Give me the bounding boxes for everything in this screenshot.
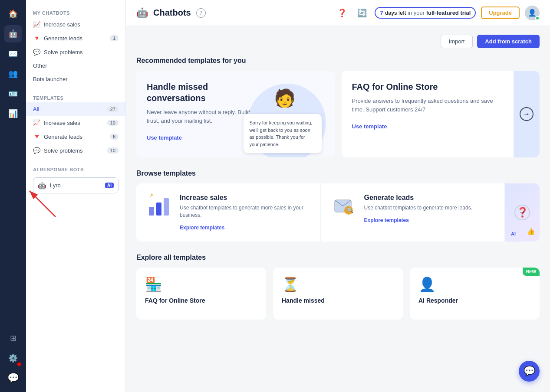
settings-notification-dot bbox=[17, 363, 21, 366]
generate-leads-icon: 🔻 bbox=[33, 35, 40, 42]
templates-section-title: TEMPLATES bbox=[26, 92, 125, 102]
browse-next-icon[interactable]: → bbox=[514, 205, 530, 220]
lyro-ai-badge: AI bbox=[105, 183, 114, 188]
analytics-icon[interactable]: 📊 bbox=[4, 105, 22, 122]
sidebar-item-lyro[interactable]: 🤖 Lyro AI bbox=[33, 177, 119, 193]
add-from-scratch-button[interactable]: Add from scratch bbox=[477, 35, 540, 48]
handle-missed-use-template[interactable]: Use template bbox=[147, 134, 182, 141]
template-all-badge: 27 bbox=[107, 106, 119, 112]
app-title: Chatbots bbox=[153, 8, 191, 18]
svg-rect-4 bbox=[164, 198, 169, 216]
trial-badge: 7 days left in your full-featured trial bbox=[375, 7, 476, 19]
chat-support-button[interactable]: 💬 bbox=[519, 361, 540, 382]
main-area: 🤖 Chatbots ? ❓ 🔄 7 days left in your ful… bbox=[126, 0, 550, 392]
explore-ai-responder-card[interactable]: NEW 👤 AI Responder bbox=[410, 268, 540, 320]
chat-support-icon[interactable]: 💬 bbox=[4, 369, 22, 387]
avatar[interactable]: 👤 bbox=[525, 6, 540, 20]
lyro-label: Lyro bbox=[50, 182, 61, 189]
hourglass-icon: ⏳ bbox=[282, 276, 394, 293]
help-icon[interactable]: ? bbox=[196, 8, 206, 18]
sidebar-item-solve-problems-label: Solve problems bbox=[44, 49, 83, 56]
svg-line-1 bbox=[30, 191, 56, 217]
lyro-robot-icon: 🤖 bbox=[38, 181, 46, 189]
users-icon[interactable]: 👥 bbox=[4, 65, 22, 82]
icon-navigation: 🏠 🤖 ✉️ 👥 🪪 📊 ⊞ ⚙️ 💬 bbox=[0, 0, 26, 392]
recommended-section-title: Recommended templates for you bbox=[136, 57, 540, 65]
faq-online-store-card: FAQ for Online Store Provide answers to … bbox=[342, 71, 540, 157]
content-area: Import Add from scratch Recommended temp… bbox=[126, 26, 550, 392]
faq-desc: Provide answers to frequently asked ques… bbox=[352, 97, 494, 114]
browse-sales-link[interactable]: Explore templates bbox=[180, 225, 224, 231]
sidebar-template-solve-problems[interactable]: 💬 Solve problems 10 bbox=[26, 144, 125, 157]
grid-icon[interactable]: ⊞ bbox=[4, 330, 22, 347]
template-sales-icon: 📈 bbox=[33, 119, 40, 126]
increase-sales-icon: 📈 bbox=[33, 21, 40, 28]
new-badge: NEW bbox=[523, 268, 540, 276]
explore-section-title: Explore all templates bbox=[136, 254, 540, 261]
explore-ai-responder-title: AI Responder bbox=[418, 297, 531, 304]
id-card-icon[interactable]: 🪪 bbox=[4, 85, 22, 102]
my-chatbots-section-title: MY CHATBOTS bbox=[26, 7, 125, 17]
svg-rect-2 bbox=[149, 207, 154, 216]
template-sales-badge: 10 bbox=[107, 120, 119, 126]
upgrade-button[interactable]: Upgrade bbox=[481, 7, 520, 19]
explore-templates-grid: 🏪 FAQ for Online Store ⏳ Handle missed N… bbox=[136, 268, 540, 320]
sidebar-template-generate-leads[interactable]: 🔻 Generate leads 6 bbox=[26, 130, 125, 144]
browse-section-title: Browse templates bbox=[136, 170, 540, 177]
explore-faq-card[interactable]: 🏪 FAQ for Online Store bbox=[136, 268, 266, 320]
template-solve-badge: 10 bbox=[107, 147, 119, 154]
sidebar-item-bots-launcher[interactable]: Bots launcher bbox=[26, 72, 125, 86]
sidebar-item-increase-sales-label: Increase sales bbox=[44, 21, 80, 28]
template-solve-icon: 💬 bbox=[33, 147, 40, 154]
sidebar-item-generate-leads[interactable]: 🔻 Generate leads 1 bbox=[26, 31, 125, 45]
sidebar-item-other-label: Other bbox=[33, 62, 47, 69]
browse-leads-desc: Use chatbot templates to generate more l… bbox=[364, 204, 472, 212]
generate-leads-browse-icon: 🔍 bbox=[331, 194, 357, 220]
action-bar: Import Add from scratch bbox=[136, 35, 540, 48]
chatbot-nav-icon[interactable]: 🤖 bbox=[4, 25, 22, 42]
sidebar: MY CHATBOTS 📈 Increase sales 🔻 Generate … bbox=[26, 0, 126, 392]
browse-increase-sales: ↗ Increase sales Use chatbot templates t… bbox=[136, 183, 321, 242]
app-logo: 🤖 bbox=[136, 7, 148, 19]
chat-bubble-text: Sorry for keeping you waiting, we'll get… bbox=[244, 114, 322, 153]
svg-rect-3 bbox=[156, 203, 161, 216]
svg-text:↗: ↗ bbox=[149, 194, 153, 199]
faq-title: FAQ for Online Store bbox=[352, 81, 494, 92]
recommended-templates-grid: Handle missed conversations Never leave … bbox=[136, 71, 540, 157]
increase-sales-browse-icon: ↗ bbox=[147, 194, 173, 220]
sidebar-item-bots-launcher-label: Bots launcher bbox=[33, 76, 68, 82]
browse-generate-leads: 🔍 Generate leads Use chatbot templates t… bbox=[321, 183, 505, 242]
home-icon[interactable]: 🏠 bbox=[4, 5, 22, 23]
generate-leads-badge: 1 bbox=[110, 35, 119, 41]
sidebar-item-solve-problems[interactable]: 💬 Solve problems bbox=[26, 45, 125, 59]
browse-templates-grid: ↗ Increase sales Use chatbot templates t… bbox=[136, 183, 540, 242]
sidebar-item-increase-sales[interactable]: 📈 Increase sales bbox=[26, 17, 125, 31]
mail-icon[interactable]: ✉️ bbox=[4, 45, 22, 62]
ai-responder-icon: 👤 bbox=[418, 276, 531, 293]
template-leads-label: Generate leads bbox=[44, 134, 82, 140]
faq-use-template[interactable]: Use template bbox=[352, 123, 387, 130]
sidebar-template-all[interactable]: All 27 bbox=[26, 102, 125, 116]
browse-sales-title: Increase sales bbox=[180, 194, 310, 202]
explore-handle-missed-title: Handle missed bbox=[282, 297, 394, 304]
trial-days: 7 bbox=[380, 9, 383, 16]
sidebar-template-increase-sales[interactable]: 📈 Increase sales 10 bbox=[26, 116, 125, 130]
trial-text: days left in your full-featured trial bbox=[385, 10, 471, 16]
template-sales-label: Increase sales bbox=[44, 120, 80, 126]
refresh-icon[interactable]: 🔄 bbox=[357, 8, 367, 18]
question-circle-icon[interactable]: ❓ bbox=[337, 8, 347, 18]
sidebar-item-other[interactable]: Other bbox=[26, 59, 125, 72]
handle-missed-illustration: 🧑 Sorry for keeping you waiting, we'll g… bbox=[222, 79, 326, 157]
browse-leads-icon-wrapper: 🔍 bbox=[331, 194, 357, 222]
svg-text:🔍: 🔍 bbox=[347, 207, 353, 213]
template-leads-badge: 6 bbox=[110, 134, 119, 140]
faq-store-icon: 🏪 bbox=[145, 276, 257, 293]
browse-leads-link[interactable]: Explore templates bbox=[364, 217, 409, 223]
template-leads-icon: 🔻 bbox=[33, 133, 40, 140]
browse-more-arrow[interactable]: ❓ 👍 → AI bbox=[505, 183, 540, 242]
browse-sales-icon-wrapper: ↗ bbox=[147, 194, 173, 222]
faq-arrow-icon: → bbox=[520, 107, 534, 121]
explore-handle-missed-card[interactable]: ⏳ Handle missed bbox=[273, 268, 403, 320]
browse-sales-desc: Use chatbot templates to generate more s… bbox=[180, 204, 310, 219]
import-button[interactable]: Import bbox=[441, 35, 473, 48]
